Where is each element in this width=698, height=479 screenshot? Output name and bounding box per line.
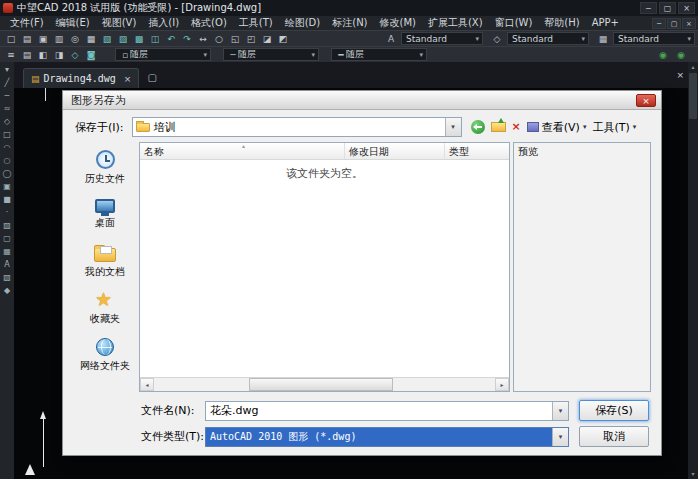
plot-button[interactable]: ▥ — [51, 32, 67, 46]
paste-button[interactable]: ▩ — [131, 32, 147, 46]
zoom-realtime-button[interactable]: ○ — [211, 32, 227, 46]
layer-freeze-button[interactable]: ◇ — [67, 48, 83, 62]
scroll-up-icon[interactable]: ▴ — [688, 62, 698, 72]
hatch-tool[interactable]: ▨ — [0, 219, 14, 232]
new-file-button[interactable]: □ — [3, 32, 19, 46]
menu-item[interactable]: 帮助(H) — [538, 16, 585, 30]
up-one-level-button[interactable] — [491, 122, 506, 132]
gradient-tool[interactable]: ▧ — [0, 271, 14, 284]
column-date[interactable]: 修改日期 — [345, 143, 445, 159]
circle-tool[interactable]: ○ — [0, 154, 14, 167]
layer-lock-button[interactable]: ◙ — [83, 48, 99, 62]
menu-item[interactable]: 工具(T) — [233, 16, 279, 30]
file-list-hscrollbar[interactable]: ◂ ▸ — [140, 377, 509, 391]
column-name[interactable]: 名称 ▴ — [140, 143, 345, 159]
menu-item[interactable]: 格式(O) — [185, 16, 233, 30]
open-file-button[interactable]: ▤ — [19, 32, 35, 46]
revision-cloud-tool[interactable]: ◆ — [0, 284, 14, 297]
doc-minimize-button[interactable]: ─ — [652, 18, 666, 29]
linetype-control-combo[interactable]: ─ 随层 ▾ — [223, 48, 319, 61]
tabbar-close-icon[interactable]: × — [676, 70, 684, 80]
chevron-down-icon[interactable]: ▾ — [419, 51, 423, 59]
place-history[interactable]: 历史文件 — [73, 144, 137, 191]
maximize-button[interactable]: ▢ — [659, 2, 676, 14]
redo-button[interactable]: ↷ — [179, 32, 195, 46]
save-in-combo[interactable]: 培训 ▾ — [132, 117, 462, 137]
save-button[interactable]: 保存(S) — [579, 400, 649, 421]
canvas-vertical-scrollbar[interactable]: ▴ ▾ — [688, 62, 698, 479]
scroll-right-icon[interactable]: ▸ — [495, 378, 509, 391]
scroll-left-icon[interactable]: ◂ — [140, 378, 154, 391]
filetype-dropdown-icon[interactable]: ▾ — [552, 428, 568, 446]
lineweight-control-combo[interactable]: ━ 随层 ▾ — [331, 48, 427, 61]
publish-button[interactable]: ▦ — [83, 32, 99, 46]
text-tool[interactable]: A — [0, 258, 14, 271]
minimize-button[interactable]: ─ — [640, 2, 657, 14]
table-tool[interactable]: ▦ — [0, 245, 14, 258]
menu-item[interactable]: 插入(I) — [142, 16, 185, 30]
xline-tool[interactable]: ─ — [0, 89, 14, 102]
design-center-button[interactable]: ◩ — [275, 32, 291, 46]
vscroll-thumb[interactable] — [689, 73, 697, 119]
rectangle-tool[interactable]: □ — [0, 128, 14, 141]
menu-item[interactable]: 修改(M) — [374, 16, 422, 30]
column-type[interactable]: 类型 — [445, 143, 509, 159]
dialog-title-bar[interactable]: 图形另存为 × — [63, 91, 661, 110]
filename-input[interactable]: 花朵.dwg ▾ — [205, 401, 569, 421]
color-control-combo[interactable]: ▫ 随层 ▾ — [115, 48, 211, 61]
layer-properties-button[interactable]: ≡ — [3, 48, 19, 62]
layer-states-button[interactable]: ▤ — [19, 48, 35, 62]
print-preview-button[interactable]: ◎ — [67, 32, 83, 46]
chevron-down-icon[interactable]: ▾ — [687, 35, 691, 43]
undo-button[interactable]: ↶ — [163, 32, 179, 46]
dim-style-combo[interactable]: Standard ▾ — [507, 32, 589, 45]
place-network[interactable]: 网络文件夹 — [73, 332, 137, 379]
zoom-window-button[interactable]: ◱ — [227, 32, 243, 46]
point-tool[interactable]: · — [0, 206, 14, 219]
pan-button[interactable]: ↔ — [195, 32, 211, 46]
ellipse-tool[interactable]: ◯ — [0, 167, 14, 180]
close-button[interactable]: × — [678, 2, 695, 14]
table-style-combo[interactable]: Standard ▾ — [613, 32, 695, 45]
properties-button[interactable]: ◪ — [259, 32, 275, 46]
place-desktop[interactable]: 桌面 — [73, 191, 137, 238]
chevron-down-icon[interactable]: ▾ — [475, 35, 479, 43]
hscroll-thumb[interactable] — [249, 378, 392, 391]
filename-dropdown-icon[interactable]: ▾ — [552, 402, 568, 420]
polyline-tool[interactable]: ≈ — [0, 102, 14, 115]
cut-button[interactable]: ▧ — [99, 32, 115, 46]
file-list-body[interactable]: 该文件夹为空。 — [140, 160, 509, 377]
layer-unisolate-button[interactable]: ◨ — [51, 48, 67, 62]
insert-block-tool[interactable]: ▣ — [0, 180, 14, 193]
tab-drawing4[interactable]: ▤ Drawing4.dwg × — [23, 68, 139, 88]
tools-menu-button[interactable]: 工具(T) ▾ — [592, 120, 636, 135]
draworder-front-button[interactable]: ◉ — [655, 48, 671, 62]
menu-item[interactable]: 视图(V) — [96, 16, 143, 30]
text-style-combo[interactable]: Standard ▾ — [401, 32, 483, 45]
region-tool[interactable]: ▢ — [0, 232, 14, 245]
view-menu-button[interactable]: 查看(V) ▾ — [527, 120, 587, 135]
back-button[interactable] — [471, 120, 485, 134]
arc-tool[interactable]: ◠ — [0, 141, 14, 154]
delete-button[interactable]: × — [512, 120, 521, 134]
filetype-select[interactable]: AutoCAD 2010 图形 (*.dwg) ▾ — [205, 427, 569, 447]
place-favorites[interactable]: 收藏夹 — [73, 285, 137, 332]
chevron-down-icon[interactable]: ▾ — [311, 51, 315, 59]
toolbar-handle[interactable]: ▾ — [0, 63, 14, 76]
doc-close-button[interactable]: × — [682, 18, 696, 29]
scroll-down-icon[interactable]: ▾ — [688, 469, 698, 479]
menu-item[interactable]: 扩展工具(X) — [422, 16, 489, 30]
zoom-previous-button[interactable]: ◰ — [243, 32, 259, 46]
line-tool[interactable]: ╱ — [0, 76, 14, 89]
cancel-button[interactable]: 取消 — [579, 426, 649, 447]
match-properties-button[interactable]: ◫ — [147, 32, 163, 46]
new-drawing-button[interactable]: ▢ — [143, 70, 161, 86]
menu-item[interactable]: 标注(N) — [326, 16, 373, 30]
hscroll-track[interactable] — [154, 378, 495, 391]
save-in-dropdown-icon[interactable]: ▾ — [445, 118, 461, 136]
menu-item[interactable]: 绘图(D) — [279, 16, 327, 30]
polygon-tool[interactable]: ◇ — [0, 115, 14, 128]
file-list[interactable]: 名称 ▴ 修改日期 类型 该文件夹为空。 ◂ ▸ — [139, 142, 510, 392]
chevron-down-icon[interactable]: ▾ — [203, 51, 207, 59]
doc-restore-button[interactable]: ▢ — [667, 18, 681, 29]
